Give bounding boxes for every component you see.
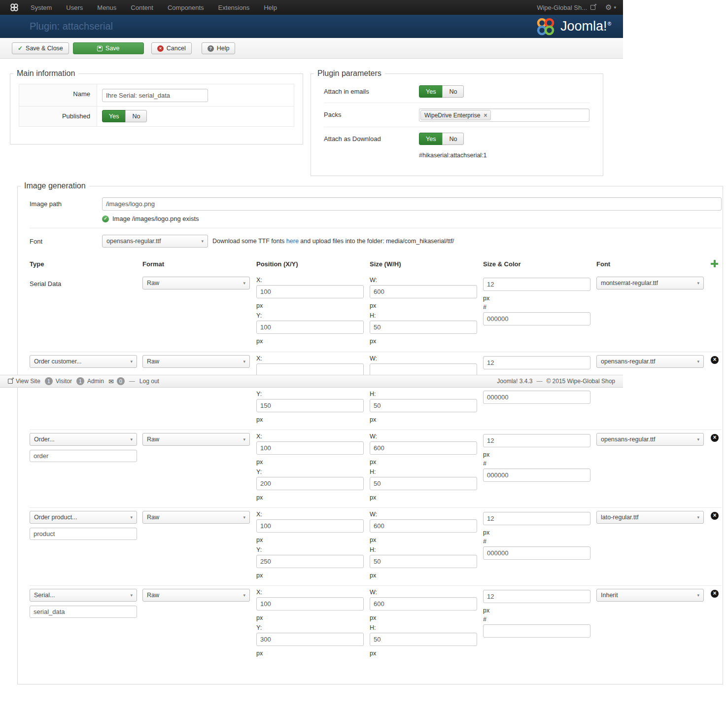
type-select[interactable]: Serial... ▾ xyxy=(30,589,137,602)
toolbar: ✓ Save & Close Save × Cancel ? Help xyxy=(0,38,623,59)
table-row: Order... ▾ Raw ▾ X: px Y: xyxy=(30,430,722,507)
chevron-down-icon: ▾ xyxy=(697,281,699,286)
settings-menu-button[interactable]: ⚙ ▾ xyxy=(605,3,616,12)
h-input[interactable] xyxy=(370,477,477,490)
h-input[interactable] xyxy=(370,555,477,568)
px-label: px xyxy=(370,416,483,423)
font-color-input[interactable] xyxy=(483,624,590,638)
chevron-down-icon: ▾ xyxy=(697,437,699,442)
published-no-button[interactable]: No xyxy=(125,110,147,122)
font-color-input[interactable] xyxy=(483,391,590,404)
row-font-select[interactable]: opensans-regular.ttf ▾ xyxy=(596,433,704,446)
delete-row-icon[interactable]: × xyxy=(711,356,719,364)
help-button[interactable]: ? Help xyxy=(202,42,236,54)
font-select[interactable]: opensans-regular.ttf ▾ xyxy=(102,235,208,248)
font-size-input[interactable] xyxy=(483,434,590,447)
format-select[interactable]: Raw ▾ xyxy=(142,433,250,446)
menu-item-extensions[interactable]: Extensions xyxy=(218,4,250,11)
w-input[interactable] xyxy=(370,441,477,455)
format-select[interactable]: Raw ▾ xyxy=(142,589,250,602)
table-row: Serial... ▾ Raw ▾ X: px Y: xyxy=(30,585,722,663)
y-input[interactable] xyxy=(256,477,364,490)
attach-download-no-button[interactable]: No xyxy=(442,133,464,145)
row-font-select[interactable]: Inherit ▾ xyxy=(596,589,704,602)
delete-row-icon[interactable]: × xyxy=(711,434,719,442)
add-row-button[interactable] xyxy=(711,260,718,269)
y-label: Y: xyxy=(256,468,370,475)
w-input[interactable] xyxy=(370,285,477,298)
published-yes-button[interactable]: Yes xyxy=(102,110,126,122)
menu-item-menus[interactable]: Menus xyxy=(97,4,116,11)
format-select[interactable]: Raw ▾ xyxy=(142,277,250,289)
font-size-input[interactable] xyxy=(483,356,590,369)
delete-row-icon[interactable]: × xyxy=(711,590,719,598)
px-label: px xyxy=(370,302,483,309)
col-format: Format xyxy=(142,260,256,274)
logout-link[interactable]: Log out xyxy=(139,378,159,385)
menu-item-system[interactable]: System xyxy=(31,4,52,11)
envelope-icon: ✉ xyxy=(108,378,114,385)
x-input[interactable] xyxy=(256,519,364,533)
y-input[interactable] xyxy=(256,399,364,412)
font-color-input[interactable] xyxy=(483,546,590,560)
ttf-fonts-link[interactable]: here xyxy=(286,238,299,245)
h-label: H: xyxy=(370,468,483,475)
x-input[interactable] xyxy=(256,285,364,298)
menu-item-components[interactable]: Components xyxy=(168,4,204,11)
attach-download-yes-button[interactable]: Yes xyxy=(419,133,443,145)
font-size-input[interactable] xyxy=(483,278,590,291)
h-input[interactable] xyxy=(370,321,477,334)
admins-link[interactable]: 1 Admin xyxy=(76,377,104,385)
attach-emails-no-button[interactable]: No xyxy=(442,85,464,98)
name-input[interactable] xyxy=(102,89,208,102)
y-input[interactable] xyxy=(256,555,364,568)
menu-item-content[interactable]: Content xyxy=(131,4,153,11)
w-input[interactable] xyxy=(370,597,477,610)
view-site-link[interactable]: Wipe-Global Sh... ↗ xyxy=(537,4,595,11)
menu-item-help[interactable]: Help xyxy=(264,4,277,11)
external-link-icon: ↗ xyxy=(590,5,595,10)
h-label: H: xyxy=(370,546,483,553)
y-input[interactable] xyxy=(256,633,364,646)
type-select[interactable]: Order customer... ▾ xyxy=(30,355,137,368)
x-input[interactable] xyxy=(256,441,364,455)
chevron-down-icon: ▾ xyxy=(201,239,204,244)
type-select[interactable]: Order... ▾ xyxy=(30,433,137,446)
row-font-select[interactable]: lato-regular.ttf ▾ xyxy=(596,511,704,524)
font-color-input[interactable] xyxy=(483,468,590,482)
chevron-down-icon: ▾ xyxy=(697,359,699,364)
admin-topbar: System Users Menus Content Components Ex… xyxy=(0,0,623,15)
menu-item-users[interactable]: Users xyxy=(66,4,83,11)
type-value-input[interactable] xyxy=(30,606,137,618)
image-path-input[interactable] xyxy=(102,197,722,211)
remove-tag-icon[interactable]: × xyxy=(484,112,487,118)
messages-link[interactable]: ✉ 0 xyxy=(108,377,125,385)
visitors-link[interactable]: 1 Visitor xyxy=(45,377,72,385)
y-input[interactable] xyxy=(256,321,364,334)
delete-row-icon[interactable]: × xyxy=(711,512,719,520)
type-value-input[interactable] xyxy=(30,450,137,462)
h-input[interactable] xyxy=(370,633,477,646)
x-input[interactable] xyxy=(256,597,364,610)
font-size-input[interactable] xyxy=(483,512,590,525)
type-value-input[interactable] xyxy=(30,528,137,540)
format-select[interactable]: Raw ▾ xyxy=(142,355,250,368)
type-select[interactable]: Order product... ▾ xyxy=(30,511,137,524)
save-close-button[interactable]: ✓ Save & Close xyxy=(12,42,69,54)
chevron-down-icon: ▾ xyxy=(697,515,699,520)
font-size-input[interactable] xyxy=(483,590,590,603)
format-select[interactable]: Raw ▾ xyxy=(142,511,250,524)
h-input[interactable] xyxy=(370,399,477,412)
font-color-input[interactable] xyxy=(483,312,590,325)
cancel-button[interactable]: × Cancel xyxy=(151,42,192,54)
attach-emails-yes-button[interactable]: Yes xyxy=(419,85,443,98)
row-font-select[interactable]: opensans-regular.ttf ▾ xyxy=(596,355,704,368)
col-size-color: Size & Color xyxy=(483,260,596,274)
view-site-footer-link[interactable]: ↗ View Site xyxy=(8,378,40,385)
save-button[interactable]: Save xyxy=(73,42,144,54)
w-input[interactable] xyxy=(370,519,477,533)
row-font-select[interactable]: montserrat-regular.ttf ▾ xyxy=(596,277,704,289)
packs-input[interactable]: WipeDrive Enterprise × xyxy=(419,108,589,122)
name-row: Name xyxy=(19,84,294,107)
plugin-parameters-legend: Plugin parameters xyxy=(314,69,385,78)
